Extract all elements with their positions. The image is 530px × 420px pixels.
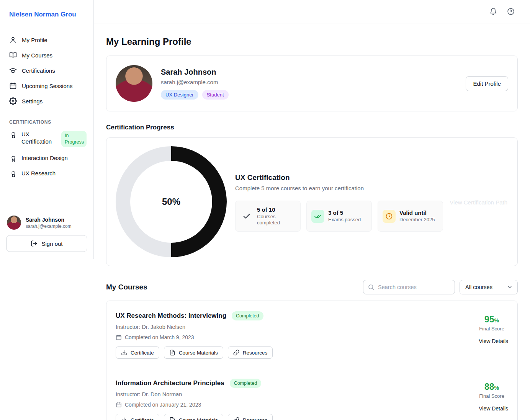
course-instructor: Instructor: Dr. Jakob Nielsen	[116, 324, 273, 330]
calendar-icon	[116, 402, 122, 408]
search-icon	[368, 284, 375, 291]
download-icon	[121, 350, 127, 356]
check-icon	[240, 210, 253, 223]
sidebar-item-upcoming-sessions[interactable]: Upcoming Sessions	[0, 79, 93, 93]
donut-center: 50%	[130, 161, 212, 243]
certificate-button[interactable]: Certificate	[116, 414, 159, 420]
final-score-label: Final Score	[475, 326, 508, 332]
course-row: Information Architecture Principles Comp…	[106, 368, 517, 420]
course-materials-button[interactable]: Course Materials	[164, 414, 223, 420]
course-search	[363, 280, 455, 294]
certification-info: UX Certification Complete 5 more courses…	[235, 172, 443, 232]
view-certification-path-link[interactable]: View Certification Path	[450, 199, 507, 206]
book-open-icon	[9, 51, 17, 59]
certification-name: UX Certification	[235, 173, 443, 182]
action-label: Resources	[243, 350, 268, 356]
calendar-icon	[9, 82, 17, 90]
profile-avatar	[116, 65, 152, 102]
course-score-block: 95% Final Score View Details	[475, 311, 508, 359]
in-progress-badge: In Progress	[61, 131, 87, 147]
link-icon	[233, 350, 239, 356]
sidebar-item-certifications[interactable]: Certifications	[0, 64, 93, 77]
action-label: Resources	[243, 417, 268, 420]
donut-percent-label: 50%	[162, 196, 180, 207]
logout-icon	[31, 240, 38, 247]
edit-profile-button[interactable]: Edit Profile	[466, 76, 508, 91]
cert-item-label: UX Certification	[21, 131, 57, 145]
award-icon	[10, 132, 17, 139]
certificate-button[interactable]: Certificate	[116, 346, 159, 359]
cert-item-label: UX Research	[21, 170, 56, 177]
action-label: Course Materials	[179, 417, 218, 420]
clock-icon	[383, 210, 396, 223]
file-text-icon	[169, 417, 175, 420]
stat-value: 5 of 10	[257, 206, 296, 213]
link-icon	[233, 417, 239, 420]
action-label: Certificate	[131, 417, 154, 420]
stat-exams-passed: 3 of 5 Exams passed	[306, 201, 372, 232]
graduation-cap-icon	[9, 67, 17, 74]
help-icon[interactable]	[507, 8, 515, 15]
user-name: Sarah Johnson	[26, 217, 72, 223]
stat-label: Exams passed	[328, 217, 361, 223]
sidebar: Nielsen Norman Grou My Profile My Course…	[0, 0, 94, 259]
course-actions: Certificate Course Materials Resources	[116, 346, 273, 359]
course-title: UX Research Methods: Interviewing	[116, 312, 226, 320]
sidebar-item-interaction-design[interactable]: Interaction Design	[0, 152, 93, 165]
resources-button[interactable]: Resources	[228, 414, 273, 420]
sidebar-user-section: Sarah Johnson sarah.j@example.com Sign o…	[0, 213, 93, 259]
final-score-label: Final Score	[475, 393, 508, 399]
stat-label: Courses completed	[257, 214, 296, 226]
course-materials-button[interactable]: Course Materials	[164, 346, 223, 359]
file-text-icon	[169, 350, 175, 356]
course-main: UX Research Methods: Interviewing Comple…	[116, 311, 273, 359]
course-row: UX Research Methods: Interviewing Comple…	[106, 301, 517, 368]
nav-label: Settings	[22, 98, 43, 105]
view-details-link[interactable]: View Details	[479, 405, 508, 412]
search-courses-input[interactable]	[363, 280, 455, 294]
certification-subtitle: Complete 5 more courses to earn your cer…	[235, 185, 443, 191]
user-icon	[9, 36, 17, 44]
view-details-link[interactable]: View Details	[479, 338, 508, 344]
course-title: Information Architecture Principles	[116, 379, 224, 387]
profile-name: Sarah Johnson	[161, 68, 229, 77]
notifications-bell-icon[interactable]	[489, 8, 497, 15]
course-completed-text: Completed on January 21, 2023	[125, 402, 201, 408]
sidebar-item-my-courses[interactable]: My Courses	[0, 48, 93, 62]
sidebar-item-my-profile[interactable]: My Profile	[0, 33, 93, 47]
course-completed-date: Completed on January 21, 2023	[116, 402, 273, 408]
course-status-badge: Completed	[230, 379, 261, 388]
sidebar-item-ux-certification[interactable]: UX Certification In Progress	[0, 129, 93, 149]
sign-out-button[interactable]: Sign out	[6, 235, 87, 252]
app-logo: Nielsen Norman Grou	[0, 0, 93, 28]
nav-label: My Courses	[22, 52, 52, 59]
avatar	[7, 216, 21, 230]
nav-label: My Profile	[22, 37, 47, 43]
course-filter-select[interactable]: All courses	[460, 280, 518, 294]
my-courses-title: My Courses	[106, 283, 147, 291]
chevron-down-icon	[507, 284, 513, 290]
sidebar-item-ux-research[interactable]: UX Research	[0, 168, 93, 180]
course-status-badge: Completed	[232, 311, 263, 320]
sidebar-item-settings[interactable]: Settings	[0, 94, 93, 108]
sidebar-user-row: Sarah Johnson sarah.j@example.com	[6, 213, 87, 235]
sign-out-label: Sign out	[41, 240, 62, 247]
page-title: My Learning Profile	[106, 36, 518, 47]
course-instructor: Instructor: Dr. Don Norman	[116, 391, 273, 397]
stat-value: 3 of 5	[328, 209, 361, 216]
profile-badges: UX Designer Student	[161, 90, 229, 100]
action-label: Course Materials	[179, 350, 218, 356]
stat-label: December 2025	[399, 217, 435, 223]
courses-list-card: UX Research Methods: Interviewing Comple…	[106, 301, 518, 420]
topbar	[94, 0, 530, 23]
resources-button[interactable]: Resources	[228, 346, 273, 359]
course-main: Information Architecture Principles Comp…	[116, 379, 273, 420]
profile-email: sarah.j@example.com	[161, 79, 229, 85]
final-score-value: 95%	[475, 314, 508, 325]
nav-label: Upcoming Sessions	[22, 83, 73, 89]
course-actions: Certificate Course Materials Resources	[116, 414, 273, 420]
sidebar-nav: My Profile My Courses Certifications Upc…	[0, 28, 93, 108]
certification-progress-card: 50% UX Certification Complete 5 more cou…	[106, 137, 518, 266]
cert-item-label: Interaction Design	[21, 155, 68, 162]
action-label: Certificate	[131, 350, 154, 356]
